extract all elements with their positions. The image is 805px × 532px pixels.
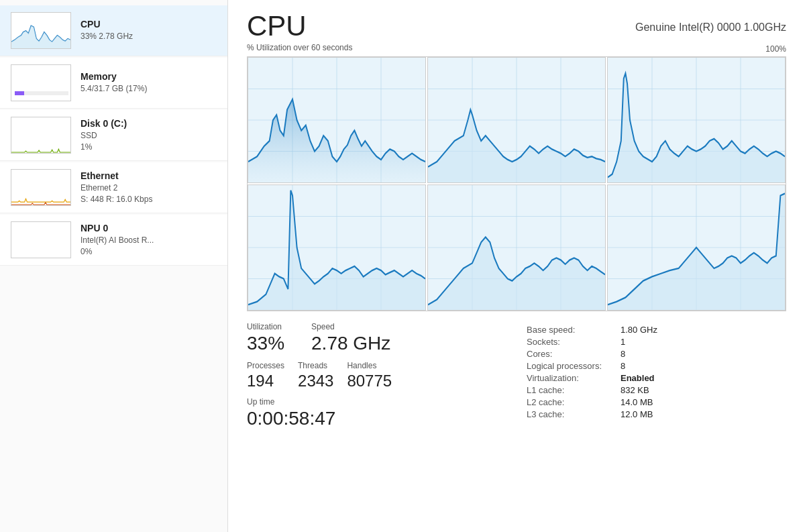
speed-value: 2.78 GHz	[311, 333, 390, 354]
cpu-chart-3	[607, 57, 786, 183]
cpu-info: CPU 33% 2.78 GHz	[80, 19, 217, 42]
processes-threads-handles-row: Processes 194 Threads 2343 Handles 80775	[247, 361, 506, 390]
speed-label: Speed	[311, 322, 390, 331]
processes-label: Processes	[247, 361, 284, 370]
processes-value: 194	[247, 372, 284, 390]
logical-val: 8	[621, 361, 701, 371]
utilization-stat-label: Utilization	[247, 322, 284, 331]
util-header-row: % Utilization over 60 seconds 100%	[247, 43, 786, 55]
threads-block: Threads 2343	[298, 361, 333, 390]
utilization-block: Utilization 33%	[247, 322, 284, 354]
ethernet-info: Ethernet Ethernet 2 S: 448 R: 16.0 Kbps	[80, 170, 217, 205]
npu-minimap	[11, 221, 71, 258]
memory-title: Memory	[80, 71, 217, 82]
sidebar-item-ethernet[interactable]: Ethernet Ethernet 2 S: 448 R: 16.0 Kbps	[0, 162, 227, 213]
utilization-max: 100%	[765, 44, 786, 54]
disk-sub1: SSD	[80, 130, 217, 142]
bottom-stats-area: Utilization 33% Speed 2.78 GHz Processes…	[247, 322, 786, 429]
ethernet-sub2: S: 448 R: 16.0 Kbps	[80, 194, 217, 205]
utilization-label: % Utilization over 60 seconds	[247, 43, 352, 52]
memory-minimap	[11, 64, 71, 101]
uptime-value: 0:00:58:47	[247, 408, 506, 429]
l3-key: L3 cache:	[527, 409, 621, 419]
cores-key: Cores:	[527, 349, 621, 359]
base-speed-key: Base speed:	[527, 325, 621, 335]
handles-label: Handles	[347, 361, 392, 370]
bottom-left-stats: Utilization 33% Speed 2.78 GHz Processes…	[247, 322, 506, 429]
cores-val: 8	[621, 349, 701, 359]
sidebar: CPU 33% 2.78 GHz Memory 5.4/31.7 GB (17%…	[0, 0, 228, 532]
speed-block: Speed 2.78 GHz	[311, 322, 390, 354]
disk-info: Disk 0 (C:) SSD 1%	[80, 118, 217, 153]
l3-val: 12.0 MB	[621, 409, 701, 419]
l1-val: 832 KB	[621, 385, 701, 395]
handles-block: Handles 80775	[347, 361, 392, 390]
disk-title: Disk 0 (C:)	[80, 118, 217, 129]
cpu-chart-4	[248, 184, 426, 311]
cpu-model-name: Genuine Intel(R) 0000 1.00GHz	[635, 21, 786, 34]
processes-block: Processes 194	[247, 361, 284, 390]
sockets-val: 1	[621, 337, 701, 347]
bottom-right-specs: Base speed: 1.80 GHz Sockets: 1 Cores: 8…	[527, 322, 786, 429]
disk-sub2: 1%	[80, 142, 217, 153]
l2-key: L2 cache:	[527, 397, 621, 407]
ethernet-title: Ethernet	[80, 170, 217, 181]
virtualization-val: Enabled	[621, 373, 701, 383]
npu-sub1: Intel(R) AI Boost R...	[80, 235, 217, 246]
memory-info: Memory 5.4/31.7 GB (17%)	[80, 71, 217, 95]
disk-minimap	[11, 117, 71, 154]
l1-key: L1 cache:	[527, 385, 621, 395]
utilization-stat-value: 33%	[247, 333, 284, 354]
sockets-key: Sockets:	[527, 337, 621, 347]
logical-key: Logical processors:	[527, 361, 621, 371]
uptime-label: Up time	[247, 397, 506, 407]
npu-title: NPU 0	[80, 223, 217, 233]
cpu-minimap	[11, 12, 71, 49]
virtualization-key: Virtualization:	[527, 373, 621, 383]
cpu-chart-6	[607, 184, 786, 311]
sidebar-item-cpu[interactable]: CPU 33% 2.78 GHz	[0, 5, 227, 56]
main-panel: CPU Genuine Intel(R) 0000 1.00GHz % Util…	[228, 0, 805, 532]
sidebar-item-memory[interactable]: Memory 5.4/31.7 GB (17%)	[0, 58, 227, 109]
cpu-title: CPU	[80, 19, 217, 30]
util-speed-row: Utilization 33% Speed 2.78 GHz	[247, 322, 506, 354]
threads-label: Threads	[298, 361, 333, 370]
main-header: CPU Genuine Intel(R) 0000 1.00GHz	[247, 12, 786, 40]
base-speed-val: 1.80 GHz	[621, 325, 701, 335]
uptime-block: Up time 0:00:58:47	[247, 397, 506, 429]
handles-value: 80775	[347, 372, 392, 390]
sidebar-item-npu[interactable]: NPU 0 Intel(R) AI Boost R... 0%	[0, 215, 227, 266]
specs-table: Base speed: 1.80 GHz Sockets: 1 Cores: 8…	[527, 325, 786, 419]
npu-sub2: 0%	[80, 246, 217, 258]
npu-info: NPU 0 Intel(R) AI Boost R... 0%	[80, 223, 217, 258]
l2-val: 14.0 MB	[621, 397, 701, 407]
cpu-charts-grid	[247, 56, 786, 311]
ethernet-sub1: Ethernet 2	[80, 182, 217, 194]
cpu-chart-2	[427, 57, 606, 183]
page-title: CPU	[247, 12, 307, 40]
cpu-sub: 33% 2.78 GHz	[80, 31, 217, 42]
sidebar-item-disk[interactable]: Disk 0 (C:) SSD 1%	[0, 110, 227, 161]
ethernet-minimap	[11, 169, 71, 206]
cpu-chart-1	[248, 57, 426, 183]
memory-sub: 5.4/31.7 GB (17%)	[80, 83, 217, 95]
threads-value: 2343	[298, 372, 333, 390]
cpu-chart-5	[427, 184, 606, 311]
svg-marker-0	[11, 25, 70, 48]
